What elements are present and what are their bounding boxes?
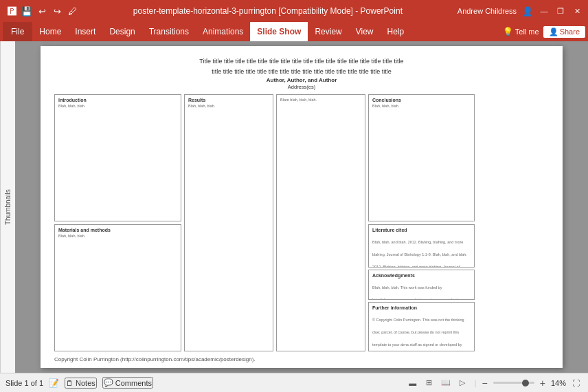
results-heading: Results bbox=[188, 98, 269, 102]
introduction-text: Blah, blah, blah. bbox=[58, 104, 85, 108]
tab-view[interactable]: View bbox=[349, 22, 381, 41]
literature-heading: Literature cited bbox=[372, 228, 471, 232]
ribbon-right: 💡 Tell me 👤 Share bbox=[503, 26, 585, 38]
materials-text: Blah, blah, blah. bbox=[58, 234, 85, 238]
zoom-slider[interactable] bbox=[493, 382, 534, 384]
slide[interactable]: Title title title title title title titl… bbox=[41, 46, 563, 368]
comments-icon: 💬 bbox=[104, 378, 113, 387]
literature-text: Blah, blah, and blah. 2012. Blahing, bla… bbox=[372, 240, 467, 268]
conclusions-text: Blah, blah, blah. bbox=[372, 104, 399, 108]
share-icon: 👤 bbox=[549, 28, 558, 36]
results-box: Results Blah, blah, blah. bbox=[184, 94, 273, 351]
middle-box: Blare blah, blah, blah. bbox=[276, 94, 365, 351]
slide-authors: Author, Author, and Author bbox=[54, 77, 549, 83]
acknowledgments-text: Blah, blah, blah. This work was funded b… bbox=[372, 285, 469, 300]
redo-icon[interactable]: ↪ bbox=[51, 5, 63, 17]
separator: | bbox=[475, 379, 477, 387]
status-left: Slide 1 of 1 📝 🗒 Notes 💬 Comments bbox=[5, 377, 153, 389]
tab-help[interactable]: Help bbox=[381, 22, 411, 41]
share-button[interactable]: 👤 Share bbox=[543, 26, 585, 38]
right-small-boxes: Literature cited Blah, blah, and blah. 2… bbox=[368, 224, 475, 351]
literature-box: Literature cited Blah, blah, and blah. 2… bbox=[368, 224, 475, 268]
tab-animations[interactable]: Animations bbox=[196, 22, 250, 41]
slide-title-line2: title title title title title title titl… bbox=[54, 67, 549, 76]
close-button[interactable]: ✕ bbox=[572, 6, 583, 17]
normal-view-button[interactable]: ▬ bbox=[406, 376, 420, 390]
conclusions-heading: Conclusions bbox=[372, 98, 471, 102]
materials-heading: Materials and methods bbox=[58, 228, 177, 232]
slideshow-view-button[interactable]: ▷ bbox=[455, 376, 469, 390]
middle-text: Blare blah, blah, blah. bbox=[280, 98, 317, 102]
tab-insert[interactable]: Insert bbox=[68, 22, 102, 41]
save-icon[interactable]: 💾 bbox=[21, 5, 33, 17]
user-name: Andrew Childress bbox=[457, 7, 517, 15]
undo-icon[interactable]: ↩ bbox=[36, 5, 48, 17]
main-area: Thumbnails Title title title title title… bbox=[0, 41, 588, 373]
tab-review[interactable]: Review bbox=[308, 22, 348, 41]
zoom-plus[interactable]: + bbox=[540, 378, 545, 389]
slide-notes-icon: 📝 bbox=[49, 378, 59, 388]
title-bar-left: 🅿 💾 ↩ ↪ 🖊 bbox=[5, 5, 78, 17]
zoom-level[interactable]: 14% bbox=[551, 379, 566, 387]
comments-label: Comments bbox=[115, 379, 152, 387]
status-right: ▬ ⊞ 📖 ▷ | − + 14% ⛶ bbox=[406, 376, 583, 390]
acknowledgments-box: Acknowledgments Blah, blah, blah. This w… bbox=[368, 270, 475, 300]
title-bar: 🅿 💾 ↩ ↪ 🖊 poster-template-horizontal-3-p… bbox=[0, 0, 588, 22]
results-text: Blah, blah, blah. bbox=[188, 104, 215, 108]
minimize-button[interactable]: — bbox=[539, 6, 550, 17]
introduction-box: Introduction Blah, blah, blah. bbox=[54, 94, 181, 221]
zoom-minus[interactable]: − bbox=[482, 378, 488, 389]
title-bar-right: Andrew Childress 👤 — ❐ ✕ bbox=[457, 6, 583, 17]
customize-icon[interactable]: 🖊 bbox=[66, 5, 78, 17]
ribbon-tabs: File Home Insert Design Transitions Anim… bbox=[0, 22, 588, 41]
slide-info: Slide 1 of 1 bbox=[5, 379, 43, 387]
tab-design[interactable]: Design bbox=[102, 22, 142, 41]
share-label: Share bbox=[560, 28, 580, 36]
slide-title-line1: Title title title title title title titl… bbox=[54, 57, 549, 66]
further-box: Further information © Copyright Colin Pu… bbox=[368, 302, 475, 351]
notes-label: Notes bbox=[76, 379, 95, 387]
slide-address: Address(es) bbox=[54, 84, 549, 90]
acknowledgments-heading: Acknowledgments bbox=[372, 273, 471, 278]
tab-transitions[interactable]: Transitions bbox=[142, 22, 196, 41]
tab-file[interactable]: File bbox=[3, 22, 32, 41]
tab-slideshow[interactable]: Slide Show bbox=[250, 22, 308, 41]
zoom-thumb bbox=[522, 380, 529, 386]
slide-area: Title title title title title title titl… bbox=[15, 41, 588, 373]
tab-home[interactable]: Home bbox=[32, 22, 68, 41]
restore-button[interactable]: ❐ bbox=[555, 6, 566, 17]
slide-grid: Introduction Blah, blah, blah. Materials… bbox=[54, 94, 549, 352]
status-bar: Slide 1 of 1 📝 🗒 Notes 💬 Comments ▬ ⊞ 📖 … bbox=[0, 373, 588, 392]
further-text: © Copyright Colin Purrington. This was n… bbox=[372, 318, 468, 351]
reading-view-button[interactable]: 📖 bbox=[439, 376, 453, 390]
powerpoint-icon: 🅿 bbox=[5, 5, 18, 17]
conclusions-box: Conclusions Blah, blah, blah. bbox=[368, 94, 475, 221]
slide-sorter-button[interactable]: ⊞ bbox=[422, 376, 436, 390]
account-icon[interactable]: 👤 bbox=[522, 6, 533, 17]
tell-me-icon: 💡 bbox=[503, 27, 513, 36]
ribbon: File Home Insert Design Transitions Anim… bbox=[0, 22, 588, 41]
introduction-heading: Introduction bbox=[58, 98, 177, 102]
fit-slide-button[interactable]: ⛶ bbox=[569, 376, 583, 390]
comments-button[interactable]: 💬 Comments bbox=[102, 377, 153, 389]
materials-box: Materials and methods Blah, blah, blah. bbox=[54, 224, 181, 351]
tell-me[interactable]: 💡 Tell me bbox=[503, 27, 539, 36]
window-title: poster-template-horizontal-3-purrington … bbox=[78, 6, 457, 16]
slide-copyright: Copyright Colin Purrington (http://colin… bbox=[54, 356, 256, 362]
thumbnails-panel[interactable]: Thumbnails bbox=[0, 41, 15, 373]
tell-me-label: Tell me bbox=[515, 28, 539, 36]
notes-icon: 🗒 bbox=[66, 379, 74, 387]
notes-button[interactable]: 🗒 Notes bbox=[65, 378, 97, 389]
further-heading: Further information bbox=[372, 305, 471, 310]
